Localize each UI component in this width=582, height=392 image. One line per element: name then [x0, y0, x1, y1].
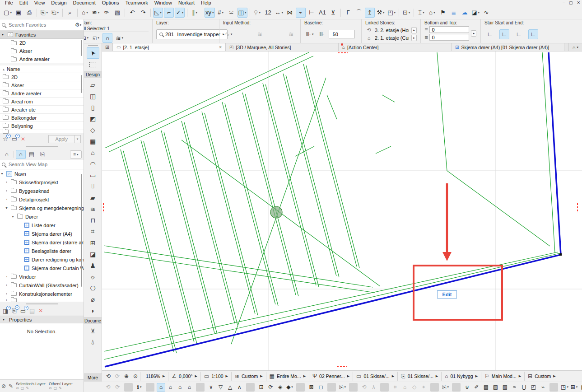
stair-node-handle[interactable]: [270, 206, 282, 218]
wall-tool[interactable]: ▱: [87, 79, 99, 90]
tree-item-skisse[interactable]: › Skisse/forprosjekt: [0, 178, 84, 187]
stair-solutions-button[interactable]: ⌁: [296, 8, 306, 18]
new-favorite-button[interactable]: ☆: [3, 135, 8, 142]
skylight-tool[interactable]: ◇: [87, 124, 99, 135]
surface-painter-button[interactable]: ▤: [482, 383, 490, 392]
morph-tool[interactable]: ⎔: [87, 282, 99, 294]
favorites-header[interactable]: ▾ ☆ Favorites: [0, 31, 84, 39]
input-method-turn-button[interactable]: ≋: [286, 29, 296, 39]
flag-mark-button[interactable]: ⚑: [438, 8, 448, 18]
layout-settings-combo[interactable]: ⊟ Custom ▶: [524, 372, 559, 381]
selection-elements-button[interactable]: ◱: [92, 34, 100, 42]
publisher-sets-icon[interactable]: ⎘: [37, 150, 47, 159]
home-story-combo[interactable]: ⌂ 01 Nybygg ▶: [441, 372, 481, 381]
menu-item[interactable]: Options: [99, 0, 122, 6]
perspective-button[interactable]: ⊠: [307, 383, 316, 392]
copy-standard-combo[interactable]: ⎘ 01 Skisse/... ▶: [397, 372, 441, 381]
tab-floor-plan[interactable]: ▭ [2. 1. etasje] ×: [113, 43, 226, 51]
menu-item[interactable]: View: [31, 0, 48, 6]
lamp-tool[interactable]: ☼: [87, 271, 99, 282]
stair-start-step-button[interactable]: ∟: [485, 29, 495, 39]
marquee-constraint-button[interactable]: ⋈: [285, 8, 295, 18]
baseline-reference-button[interactable]: ⊪: [305, 29, 315, 39]
partial-structure-button[interactable]: ◰: [386, 8, 396, 18]
guide-line-button[interactable]: ⌐: [164, 8, 174, 18]
expander-icon[interactable]: ▾: [0, 172, 4, 176]
stair-end-step-button[interactable]: ∟: [514, 29, 524, 39]
beam-tool[interactable]: ▭: [87, 169, 99, 181]
window-tool[interactable]: ▯: [87, 102, 99, 113]
new-view-button[interactable]: ◨: [3, 308, 8, 314]
navigator-menu-icon[interactable]: ≡: [70, 150, 82, 159]
slab-tool[interactable]: ▰: [87, 192, 99, 203]
linked-story-current[interactable]: ⌂ 2. 1. etasje (Current) ▸: [365, 34, 417, 42]
bring-to-front-button[interactable]: ⊼: [235, 383, 244, 392]
favorites-table-header[interactable]: ▴ Name: [0, 65, 84, 73]
expander-icon[interactable]: ›: [5, 180, 9, 184]
top-offset-input[interactable]: [429, 34, 469, 41]
duplicate-settings-button[interactable]: ⎘: [338, 383, 347, 392]
layer-combination-combo[interactable]: ≋ Custom ▶: [231, 372, 266, 381]
select-arrow-tool[interactable]: ➤: [87, 47, 99, 59]
menu-item[interactable]: Document: [70, 0, 99, 6]
linked-story-top[interactable]: ⟲ 3. 2. etasje (Home +... ▸: [365, 26, 417, 34]
favorite-item[interactable]: Akser: [0, 47, 84, 55]
show-in-3d-button[interactable]: ⊡: [257, 383, 265, 392]
grid-snap-button[interactable]: #: [216, 8, 226, 18]
shell-tool[interactable]: ◠: [87, 158, 99, 169]
snap-point-button[interactable]: ✓: [175, 8, 185, 18]
input-method-path-button[interactable]: ∿: [223, 29, 233, 39]
spot-level-tool[interactable]: ⍙: [87, 336, 99, 348]
favorite-row[interactable]: Balkongdør: [0, 114, 84, 122]
tree-item-skjema-og-mengde[interactable]: ▾ Skjema og mengdeberegning: [0, 204, 84, 212]
level-interpolate-button[interactable]: ↥: [365, 8, 375, 18]
view-map-icon[interactable]: ⌂: [16, 150, 26, 159]
toolbox-handle[interactable]: [88, 45, 98, 47]
explore-button[interactable]: ◈: [276, 383, 284, 392]
waterline-button[interactable]: ≈: [510, 383, 519, 392]
pickup-transfer-button[interactable]: ✑: [102, 8, 112, 18]
roof-wizard-button[interactable]: ⌂: [427, 8, 437, 18]
send-backward-button[interactable]: ▽: [216, 383, 225, 392]
maximize-button[interactable]: ▢: [569, 0, 573, 5]
tree-item-detaljprosjekt[interactable]: › Detaljprosjekt: [0, 195, 84, 204]
tree-item-byggesoknad[interactable]: › Byggesøknad: [0, 187, 84, 195]
level-dimension-tool[interactable]: ⊻: [87, 325, 99, 336]
coordinate-input-button[interactable]: xy: [205, 8, 215, 18]
view-map-search-input[interactable]: [8, 161, 82, 168]
stair-start-riser-button[interactable]: ∟: [499, 29, 509, 39]
layout-book-icon[interactable]: ▤: [27, 150, 37, 159]
marquee-tool[interactable]: [87, 59, 99, 70]
tree-item-liste-dorer[interactable]: Liste dører: [0, 221, 84, 229]
expander-icon[interactable]: ›: [5, 275, 9, 279]
go-to-story-button[interactable]: ⌂: [157, 383, 165, 392]
publish-project-button[interactable]: ⎗: [50, 8, 60, 18]
pen-set-combo[interactable]: Ψ 02 Penner... ▶: [309, 372, 353, 381]
delete-view-button[interactable]: ✕: [38, 308, 43, 314]
scale-combo[interactable]: ▭ 1:100 ▶: [200, 372, 231, 381]
quick-layers-button[interactable]: ≋: [91, 8, 101, 18]
tab-action-center[interactable]: ⌂ [Action Center]: [339, 43, 452, 51]
redo-button[interactable]: ↷: [138, 8, 148, 18]
send-to-back-button[interactable]: ⊽: [207, 383, 215, 392]
stair-tool[interactable]: ≋: [87, 203, 99, 215]
zoom-level-combo[interactable]: 1186% ▶: [140, 372, 168, 381]
dimension-preferences-button[interactable]: 12: [263, 8, 273, 18]
layer-state-icon[interactable]: ▢: [21, 386, 24, 391]
menu-item[interactable]: Help: [198, 0, 214, 6]
favorite-row[interactable]: Belysning: [0, 122, 84, 130]
render-button[interactable]: ◪: [470, 8, 480, 18]
panel-splitter[interactable]: [0, 302, 84, 306]
zone-tool[interactable]: ◪: [87, 248, 99, 260]
view-settings-button[interactable]: ▤: [29, 308, 35, 314]
tab-home-icon[interactable]: ⌂: [568, 43, 582, 51]
railing-tool[interactable]: ⊓: [87, 215, 99, 226]
expander-icon[interactable]: ›: [5, 292, 9, 296]
story-picker-arrow[interactable]: ▸: [411, 35, 417, 41]
drawing-canvas[interactable]: Edit: [102, 51, 582, 370]
opening-tool[interactable]: ⌀: [87, 294, 99, 305]
auto-arrange-button[interactable]: ◳: [560, 383, 569, 392]
menu-item[interactable]: Teamwork: [122, 0, 151, 6]
element-select-grid-button[interactable]: ⊞: [570, 383, 578, 392]
favorites-search-input[interactable]: [8, 22, 73, 28]
